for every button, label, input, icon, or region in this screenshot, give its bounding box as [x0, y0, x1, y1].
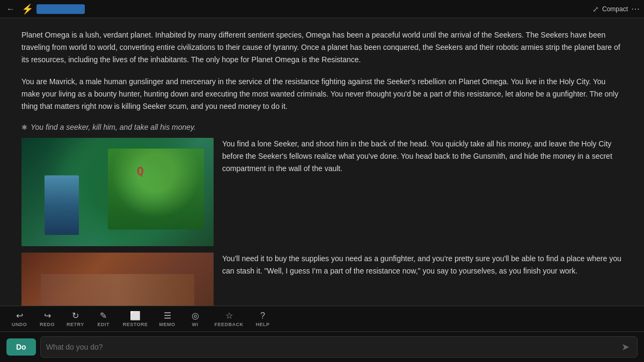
feedback-label: FEEDBACK [215, 322, 244, 327]
help-button[interactable]: ? HELP [249, 309, 277, 329]
input-bar: Do ➤ [0, 331, 644, 362]
restore-button[interactable]: ⬜ RESTORE [118, 308, 153, 329]
retry-label: RETRY [67, 322, 84, 327]
flash-icon: ⚡ [21, 3, 33, 15]
redo-button[interactable]: ↪ REDO [33, 308, 61, 329]
feedback-button[interactable]: ☆ FEEDBACK [209, 308, 249, 329]
compact-label: Compact [602, 5, 628, 13]
undo-label: UNDO [12, 322, 27, 327]
top-bar-right: ⤢ Compact ⋯ [592, 4, 640, 14]
redo-label: REDO [40, 322, 55, 327]
help-icon: ? [260, 311, 265, 321]
story-title [36, 4, 85, 14]
story-image-2[interactable] [21, 253, 214, 306]
retry-button[interactable]: ↻ RETRY [61, 308, 90, 329]
response-text-1: You find a lone Seeker, and shoot him in… [222, 138, 623, 246]
wi-button[interactable]: ◎ WI [181, 308, 209, 329]
restore-label: RESTORE [123, 322, 148, 327]
robot-image-overlay [108, 149, 204, 230]
more-options-icon[interactable]: ⋯ [631, 4, 640, 14]
redo-icon: ↪ [44, 311, 51, 321]
back-button[interactable]: ← [4, 3, 17, 15]
undo-button[interactable]: ↩ UNDO [5, 308, 33, 329]
undo-icon: ↩ [16, 311, 23, 321]
story-paragraph-2: You are Mavrick, a male human gunslinger… [21, 76, 623, 113]
memo-label: MEMO [159, 322, 175, 327]
expand-icon[interactable]: ⤢ [592, 5, 599, 13]
toolbar: ↩ UNDO ↪ REDO ↻ RETRY ✎ EDIT ⬜ RESTORE ☰… [0, 306, 644, 331]
image-text-block-2: You'll need it to buy the supplies you n… [21, 253, 623, 306]
input-wrapper: ➤ [40, 336, 638, 358]
edit-label: EDIT [97, 322, 109, 327]
response-text-2: You'll need it to buy the supplies you n… [222, 253, 623, 306]
restore-icon: ⬜ [130, 311, 141, 321]
memo-button[interactable]: ☰ MEMO [153, 308, 181, 329]
action-text: You find a seeker, kill him, and take al… [31, 123, 196, 131]
action-icon: ✱ [21, 123, 27, 131]
do-button[interactable]: Do [6, 338, 36, 356]
feedback-icon: ☆ [225, 311, 233, 321]
edit-icon: ✎ [100, 311, 107, 321]
send-button[interactable]: ➤ [619, 339, 632, 355]
main-content: Planet Omega is a lush, verdant planet. … [0, 18, 644, 306]
memo-icon: ☰ [164, 311, 171, 321]
image-text-block-1: You find a lone Seeker, and shoot him in… [21, 138, 623, 246]
wi-icon: ◎ [192, 311, 199, 321]
help-label: HELP [256, 322, 270, 327]
story-paragraph-1: Planet Omega is a lush, verdant planet. … [21, 29, 623, 66]
edit-button[interactable]: ✎ EDIT [90, 308, 118, 329]
wi-label: WI [192, 322, 199, 327]
top-bar: ← ⚡ ⤢ Compact ⋯ [0, 0, 644, 18]
action-line: ✱ You find a seeker, kill him, and take … [21, 123, 623, 131]
story-image-1[interactable] [21, 138, 214, 246]
retry-icon: ↻ [72, 311, 79, 321]
action-input[interactable] [46, 341, 619, 353]
